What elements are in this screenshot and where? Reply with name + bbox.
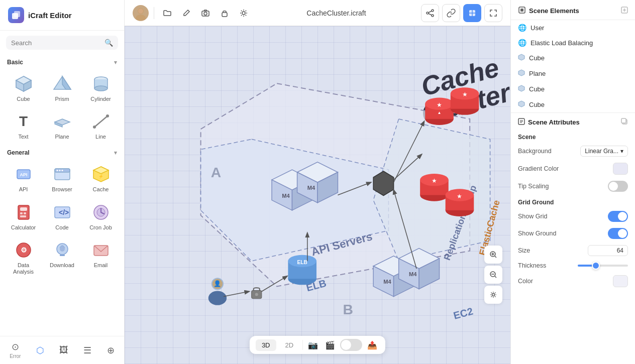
tree-item-plane[interactable]: Plane [511,66,635,81]
size-input[interactable]: 64 [588,245,628,256]
zoom-out-icon [489,271,497,279]
tree-item-user[interactable]: 🌐 User [511,20,635,35]
svg-point-16 [93,126,96,129]
scene-elements-action-icon[interactable] [621,7,628,15]
bottom-tool-list[interactable]: ☰ [80,343,94,358]
thickness-slider[interactable] [578,265,628,267]
tool-email[interactable]: Email [82,236,119,278]
section-basic-header[interactable]: Basic ▾ [0,55,124,68]
svg-point-128 [492,294,495,296]
svg-text:▲: ▲ [438,110,442,115]
zoom-out-button[interactable] [484,266,502,284]
tool-cache[interactable]: ⚡ Cache [82,160,119,196]
tool-code[interactable]: </> Code [44,198,80,234]
bottom-tool-image[interactable]: 🖼 [56,343,71,357]
size-row: Size 64 [511,242,635,259]
tool-download[interactable]: Download [44,236,80,278]
edit-button[interactable] [178,5,194,21]
scene-elements-title: Scene Elements [518,6,579,16]
svg-text:★: ★ [457,193,462,200]
app-title: iCraft Editor [28,11,72,20]
tool-api[interactable]: API API [5,160,42,196]
tool-calculator[interactable]: Calculator [5,198,42,234]
video-icon[interactable]: 🎬 [323,339,337,351]
camera-icon [201,9,210,18]
error-label: Error [10,353,21,359]
svg-point-54 [432,15,434,17]
camera-button[interactable] [197,5,214,21]
cache-label: Cache [93,186,109,193]
svg-line-124 [495,256,496,258]
color-swatch[interactable] [613,275,628,287]
bottom-tool-error[interactable]: ⊙ Error [7,339,24,361]
zoom-in-button[interactable] [484,246,502,264]
scene-group-label: Scene [511,130,635,143]
share-button[interactable] [421,4,439,22]
tool-cube[interactable]: Cube [5,70,42,105]
show-grid-label: Show Grid [518,213,547,220]
tree-item-cube2[interactable]: Cube [511,81,635,97]
search-icon: 🔍 [104,39,113,47]
tip-scaling-label: Tip Scaling [518,183,549,190]
slider-thumb[interactable] [592,262,600,270]
section-general-label: General [7,149,30,156]
tool-cronjob[interactable]: Cron Job [82,198,119,234]
view-3d-button[interactable] [463,4,481,22]
tool-cylinder[interactable]: Cylinder [82,70,119,105]
elb-tree-icon: 🌐 [518,39,526,47]
tree-plane-label: Plane [529,70,546,77]
filename-label: CacheCluster.icraft [259,9,414,17]
screenshot-icon[interactable]: 📷 [306,339,320,351]
show-grid-toggle[interactable] [608,211,628,222]
svg-text:M4: M4 [409,271,417,277]
tool-line[interactable]: Line [82,107,119,143]
tip-scaling-toggle[interactable] [608,181,628,192]
tool-prism[interactable]: Prism [44,70,80,105]
cylinder-icon [91,74,111,94]
export-icon[interactable]: 📤 [365,339,379,351]
zoom-settings-button[interactable] [484,286,502,304]
svg-text:M4: M4 [383,279,391,285]
svg-text:★: ★ [462,91,468,98]
folder-icon [163,9,172,18]
svg-point-10 [94,86,108,91]
background-dropdown[interactable]: Linear Gra... ▾ [580,146,628,157]
canvas-area[interactable]: Cache Cluster API Servers Replication Gr… [125,26,510,364]
tool-browser[interactable]: Browser [44,160,80,196]
open-folder-button[interactable] [159,5,175,21]
svg-point-47 [138,9,143,14]
fullscreen-button[interactable] [484,4,502,22]
view-2d-toggle[interactable]: 2D [279,339,300,351]
section-general-header[interactable]: General ▾ [0,145,124,158]
search-bar[interactable]: 🔍 [6,36,118,50]
tree-item-elb[interactable]: 🌐 Elastic Load Balacing [511,35,635,50]
tree-item-cube1[interactable]: Cube [511,50,635,66]
svg-marker-135 [518,101,524,107]
thickness-row: Thickness [511,259,635,272]
show-ground-toggle[interactable] [608,228,628,239]
lock-button[interactable] [217,5,233,21]
plane-label: Plane [55,134,69,140]
tool-data-analysis[interactable]: ⚙ Data Analysis [5,236,42,278]
search-input[interactable] [11,39,101,47]
svg-marker-132 [518,54,524,60]
svg-line-15 [94,116,108,127]
tool-text[interactable]: T Text [5,107,42,143]
tool-plane[interactable]: Plane [44,107,80,143]
svg-point-51 [242,12,245,15]
link-button[interactable] [442,4,460,22]
scene-attr-copy-icon[interactable] [621,118,628,127]
tree-item-cube3[interactable]: Cube [511,97,635,112]
slider-fill [578,265,593,267]
bottom-tool-add[interactable]: ⊕ [104,343,118,358]
view-3d-toggle[interactable]: 3D [256,339,276,351]
user-avatar[interactable] [133,5,149,21]
code-icon: </> [52,202,72,222]
view-toggle-switch[interactable] [340,339,362,351]
toolbar-sep-1 [154,7,154,19]
settings-button[interactable] [236,5,252,21]
bottom-tool-3d[interactable]: ⬡ [33,343,47,358]
scene-attributes-header: Scene Attributes [511,112,635,130]
gradient-color-swatch[interactable] [613,163,628,175]
plane-icon [52,111,72,132]
